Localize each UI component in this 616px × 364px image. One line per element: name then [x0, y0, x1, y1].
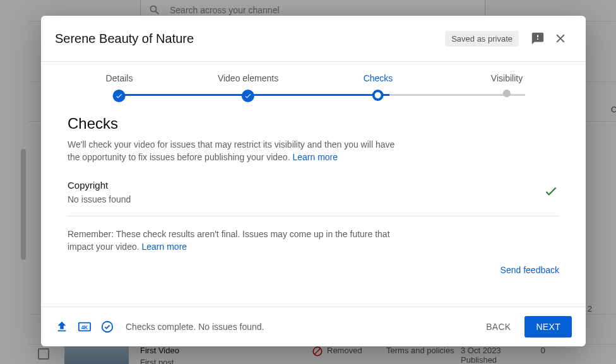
save-status-chip: Saved as private	[445, 31, 519, 47]
step-dot-complete	[113, 90, 126, 102]
desc-text: We'll check your video for issues that m…	[68, 139, 394, 162]
footer-status-icons: 4K	[55, 320, 114, 334]
step-dot-pending	[503, 90, 511, 97]
modal-body: Checks We'll check your video for issues…	[41, 103, 586, 307]
step-label: Video elements	[218, 73, 278, 83]
section-divider	[68, 216, 559, 216]
remember-note: Remember: These check results aren't fin…	[68, 228, 396, 254]
back-button[interactable]: BACK	[476, 316, 521, 338]
modal-header: Serene Beauty of Nature Saved as private	[41, 16, 586, 61]
step-visibility[interactable]: Visibility	[491, 73, 523, 97]
step-label: Details	[106, 73, 133, 83]
step-checks[interactable]: Checks	[364, 73, 393, 101]
close-icon	[554, 32, 567, 45]
check-icon	[116, 92, 123, 100]
modal-title: Serene Beauty of Nature	[55, 32, 445, 46]
copyright-row: Copyright No issues found	[68, 180, 559, 216]
copyright-title: Copyright	[68, 180, 543, 191]
modal-header-divider	[41, 61, 586, 62]
stepper: Details Video elements Checks Visibility	[61, 73, 566, 103]
checks-heading: Checks	[68, 115, 559, 132]
checks-description: We'll check your video for issues that m…	[68, 139, 408, 163]
send-feedback-link[interactable]: Send feedback	[500, 265, 559, 275]
check-icon	[543, 183, 559, 199]
upload-modal: Serene Beauty of Nature Saved as private…	[41, 16, 586, 346]
upload-icon	[55, 320, 69, 334]
step-label: Visibility	[491, 73, 523, 83]
checks-complete-icon	[100, 320, 114, 334]
step-label: Checks	[364, 73, 393, 83]
modal-footer: 4K Checks complete. No issues found. BAC…	[41, 307, 586, 346]
learn-more-link[interactable]: Learn more	[292, 152, 338, 162]
step-details[interactable]: Details	[106, 73, 133, 102]
feedback-row: Send feedback	[68, 265, 559, 275]
4k-icon: 4K	[78, 320, 92, 334]
step-dot-current	[372, 90, 384, 101]
feedback-button[interactable]	[526, 27, 549, 50]
feedback-icon	[531, 32, 545, 45]
copyright-pass-icon	[543, 183, 559, 202]
svg-text:4K: 4K	[81, 325, 88, 331]
svg-point-4	[102, 322, 113, 332]
step-dot-complete	[242, 90, 254, 102]
next-button[interactable]: NEXT	[524, 316, 572, 338]
learn-more-link[interactable]: Learn more	[142, 242, 187, 252]
close-button[interactable]	[549, 27, 572, 50]
footer-status-text: Checks complete. No issues found.	[126, 322, 476, 332]
step-video-elements[interactable]: Video elements	[218, 73, 278, 102]
copyright-status: No issues found	[68, 194, 543, 204]
remember-text: Remember: These check results aren't fin…	[68, 229, 390, 252]
check-icon	[244, 92, 252, 100]
